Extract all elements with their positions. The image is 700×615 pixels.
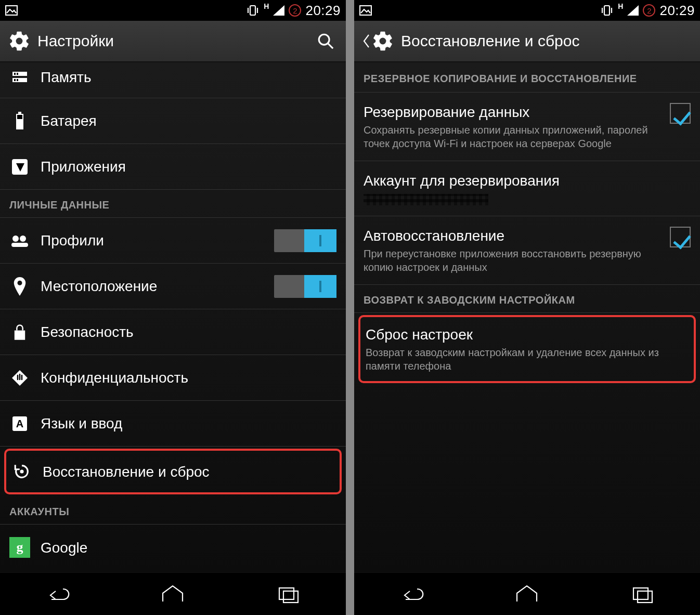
row-language[interactable]: A Язык и ввод [0, 401, 346, 447]
profiles-icon [9, 230, 30, 251]
sim2-badge: 2 [289, 4, 301, 17]
page-title: Настройки [37, 32, 313, 50]
row-backup-account[interactable]: Аккаунт для резервирования [354, 161, 700, 216]
toolbar: Настройки [0, 21, 346, 62]
svg-rect-29 [604, 6, 610, 15]
section-factory-reset: ВОЗВРАТ К ЗАВОДСКИМ НАСТРОЙКАМ [354, 285, 700, 313]
row-title: Резервирование данных [364, 103, 659, 121]
row-privacy[interactable]: Конфиденциальность [0, 355, 346, 401]
row-title: Язык и ввод [41, 414, 336, 433]
row-title: Память [41, 68, 336, 86]
gallery-icon [359, 5, 372, 16]
row-security[interactable]: Безопасность [0, 309, 346, 355]
row-subtitle: При переустановке приложения восстановит… [364, 247, 659, 274]
vibrate-icon [246, 4, 260, 17]
row-title: Google [41, 539, 336, 557]
svg-point-5 [319, 34, 329, 45]
back-caret-icon[interactable] [361, 34, 371, 48]
clock: 20:29 [305, 3, 341, 19]
svg-point-25 [20, 469, 23, 473]
row-profiles[interactable]: Профили [0, 218, 346, 264]
signal-icon [273, 5, 284, 16]
svg-rect-14 [18, 112, 21, 114]
obscured-account-value [364, 194, 488, 205]
settings-list[interactable]: Память Батарея Приложения ЛИЧНЫЕ ДАННЫЕ [0, 62, 346, 572]
vibrate-icon [600, 4, 614, 17]
sim2-badge: 2 [643, 4, 655, 17]
location-toggle[interactable] [274, 275, 336, 298]
svg-rect-34 [638, 591, 652, 603]
settings-gear-icon[interactable] [7, 29, 31, 53]
svg-marker-4 [273, 5, 284, 16]
phone-right: H 2 20:29 Восстановление и сброс РЕЗЕРВН… [354, 0, 700, 615]
row-subtitle: Сохранять резервные копии данных приложе… [364, 123, 659, 150]
row-factory-reset[interactable]: Сброс настроек Возврат к заводским настр… [358, 315, 696, 383]
row-title: Безопасность [41, 323, 336, 341]
row-title: Восстановление и сброс [43, 463, 334, 481]
svg-rect-27 [283, 591, 298, 603]
backup-data-checkbox[interactable] [670, 103, 691, 124]
row-title: Конфиденциальность [41, 369, 336, 387]
profiles-toggle[interactable] [274, 229, 336, 252]
search-icon[interactable] [313, 28, 339, 54]
lock-icon [9, 322, 30, 343]
row-title: Батарея [41, 112, 336, 130]
apps-icon [9, 156, 30, 177]
svg-rect-20 [11, 243, 28, 247]
signal-icon [627, 5, 639, 16]
location-pin-icon [9, 276, 30, 297]
gallery-icon [5, 5, 18, 16]
svg-line-6 [328, 43, 333, 48]
status-bar: H 2 20:29 [354, 0, 700, 21]
svg-rect-21 [15, 330, 25, 339]
row-apps[interactable]: Приложения [0, 144, 346, 190]
svg-text:A: A [16, 418, 23, 429]
row-title: Профили [41, 231, 264, 250]
nav-home-button[interactable] [149, 581, 196, 607]
row-backup-data[interactable]: Резервирование данных Сохранять резервны… [354, 93, 700, 161]
row-title: Приложения [41, 158, 336, 176]
svg-rect-26 [279, 588, 294, 599]
svg-rect-33 [633, 588, 648, 599]
row-memory[interactable]: Память [0, 62, 346, 98]
svg-marker-32 [627, 5, 639, 16]
clock: 20:29 [659, 3, 695, 19]
section-backup-restore: РЕЗЕРВНОЕ КОПИРОВАНИЕ И ВОССТАНОВЛЕНИЕ [354, 62, 700, 93]
navbar [0, 572, 346, 615]
row-google[interactable]: g Google [0, 525, 346, 570]
nav-back-button[interactable] [34, 581, 81, 607]
svg-rect-1 [250, 6, 255, 15]
restore-icon [11, 461, 32, 482]
svg-rect-10 [17, 73, 18, 75]
row-battery[interactable]: Батарея [0, 98, 346, 144]
row-backup-reset[interactable]: Восстановление и сброс [4, 449, 342, 494]
row-auto-restore[interactable]: Автовосстановление При переустановке при… [354, 216, 700, 285]
row-title: Аккаунт для резервирования [364, 172, 691, 190]
network-type: H [618, 2, 623, 10]
row-location[interactable]: Местоположение [0, 264, 346, 309]
settings-gear-icon[interactable] [371, 29, 395, 53]
google-icon: g [9, 537, 30, 558]
nav-recent-button[interactable] [265, 581, 312, 607]
section-accounts: АККАУНТЫ [0, 496, 346, 525]
backup-reset-list[interactable]: РЕЗЕРВНОЕ КОПИРОВАНИЕ И ВОССТАНОВЛЕНИЕ Р… [354, 62, 700, 572]
row-title: Местоположение [41, 277, 264, 295]
svg-point-19 [20, 235, 26, 242]
status-bar: H 2 20:29 [0, 0, 346, 21]
row-title: Сброс настроек [366, 325, 689, 344]
navbar [354, 572, 700, 615]
toolbar: Восстановление и сброс [354, 21, 700, 62]
row-title: Автовосстановление [364, 227, 659, 245]
auto-restore-checkbox[interactable] [670, 227, 691, 247]
svg-rect-12 [17, 79, 18, 81]
battery-icon [9, 111, 30, 132]
svg-point-18 [12, 235, 19, 242]
nav-recent-button[interactable] [619, 581, 666, 607]
nav-home-button[interactable] [503, 581, 550, 607]
privacy-hand-icon [9, 368, 30, 388]
svg-rect-15 [17, 115, 22, 119]
section-personal: ЛИЧНЫЕ ДАННЫЕ [0, 190, 346, 218]
phone-left: H 2 20:29 Настройки Память [0, 0, 346, 615]
nav-back-button[interactable] [388, 581, 435, 607]
row-subtitle: Возврат к заводским настройкам и удалени… [366, 346, 689, 373]
